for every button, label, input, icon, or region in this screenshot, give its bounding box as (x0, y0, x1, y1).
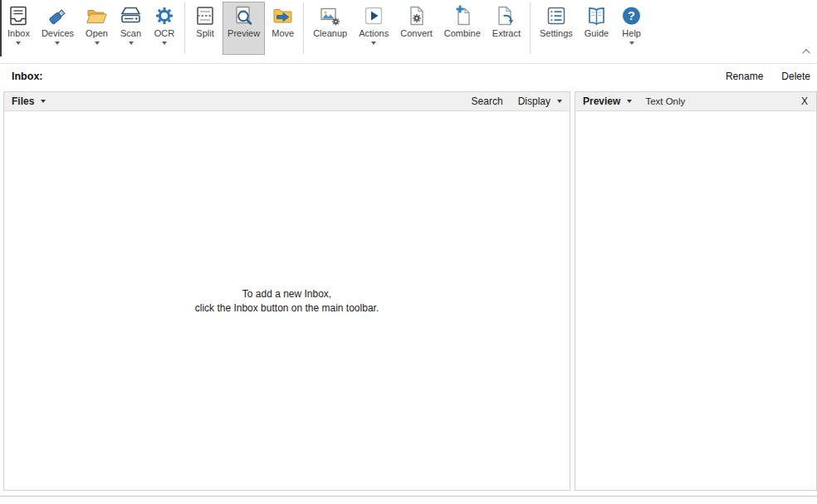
toolbar-button-label: Convert (400, 28, 433, 39)
preview-dropdown-icon[interactable] (627, 100, 632, 103)
toolbar-button-actions[interactable]: Actions (354, 2, 394, 55)
chevron-up-icon (802, 48, 810, 56)
toolbar-button-label: Help (622, 28, 641, 39)
toolbar-button-open[interactable]: Open (81, 2, 113, 55)
toolbar-button-extract[interactable]: Extract (487, 2, 526, 55)
inbox-bar: Inbox: Rename Delete (0, 65, 817, 88)
files-panel: Files Search Display To add a new Inbox,… (3, 91, 570, 491)
delete-button[interactable]: Delete (781, 71, 810, 82)
files-panel-body: To add a new Inbox, click the Inbox butt… (4, 111, 570, 491)
chevron-down-icon (129, 42, 134, 45)
display-button-label: Display (518, 95, 550, 107)
move-folder-icon (272, 4, 294, 27)
toolbar-separator (303, 2, 304, 54)
toolbar-button-convert[interactable]: Convert (395, 2, 438, 55)
toolbar-button-label: Scan (120, 28, 141, 39)
document-arrow-icon (495, 4, 517, 27)
play-icon (363, 4, 384, 27)
inbox-title: Inbox: (12, 71, 43, 82)
status-bar (0, 496, 817, 504)
toolbar-button-label: Combine (444, 28, 481, 39)
toolbar-button-ocr[interactable]: OCR (149, 2, 180, 55)
document-gear-icon (406, 4, 428, 27)
toolbar-button-preview[interactable]: Preview (223, 2, 265, 55)
toolbar-button-split[interactable]: Split (189, 2, 221, 55)
toolbar-separator (184, 2, 185, 54)
display-button[interactable]: Display (518, 95, 562, 107)
document-plus-icon (452, 4, 473, 27)
toolbar-button-label: Split (196, 28, 213, 39)
close-preview-button[interactable]: X (800, 95, 809, 107)
toolbar-button-label: Cleanup (313, 28, 347, 39)
split-document-icon (194, 4, 216, 27)
chevron-down-icon (55, 42, 60, 45)
files-panel-title: Files (12, 95, 34, 107)
open-book-icon (585, 4, 608, 27)
preview-panel-title: Preview (583, 95, 620, 107)
toolbar-button-devices[interactable]: Devices (37, 2, 79, 55)
image-gear-icon (319, 4, 341, 27)
toolbar-button-cleanup[interactable]: Cleanup (308, 2, 352, 55)
toolbar-button-label: Guide (585, 28, 609, 39)
toolbar-button-label: Extract (492, 28, 521, 39)
chevron-down-icon (629, 42, 634, 45)
toolbar-button-move[interactable]: Move (267, 2, 299, 55)
open-folder-icon (86, 4, 108, 27)
toolbar-button-help[interactable]: ? Help (615, 2, 648, 55)
toolbar-button-label: OCR (154, 28, 174, 39)
scanner-icon (120, 4, 142, 27)
question-mark-icon: ? (620, 4, 643, 27)
chevron-down-icon (162, 42, 167, 45)
toolbar-button-settings[interactable]: Settings (535, 2, 578, 55)
settings-list-icon (545, 4, 567, 27)
display-dropdown-icon (557, 100, 562, 103)
search-button[interactable]: Search (472, 95, 503, 107)
preview-mode-label: Text Only (645, 96, 685, 106)
toolbar-button-label: Preview (227, 28, 260, 39)
chevron-down-icon (95, 42, 100, 45)
usb-drive-icon (46, 4, 68, 27)
files-dropdown-icon[interactable] (41, 100, 46, 103)
toolbar-button-scan[interactable]: Scan (115, 2, 147, 55)
empty-inbox-message: To add a new Inbox, click the Inbox butt… (195, 287, 379, 316)
toolbar-button-label: Settings (540, 28, 573, 39)
empty-inbox-message-line1: To add a new Inbox, (195, 287, 379, 301)
empty-inbox-message-line2: click the Inbox button on the main toolb… (195, 301, 379, 316)
toolbar-button-combine[interactable]: Combine (439, 2, 486, 55)
chevron-down-icon (16, 42, 21, 45)
toolbar-separator (530, 2, 531, 54)
main-toolbar: Inbox Devices Open (0, 0, 817, 64)
preview-panel-header: Preview Text Only X (575, 92, 816, 111)
window-left-edge (0, 0, 2, 56)
preview-panel: Preview Text Only X (575, 91, 817, 491)
chevron-down-icon (371, 42, 376, 45)
files-panel-header: Files Search Display (4, 92, 570, 111)
toolbar-button-inbox[interactable]: Inbox (2, 2, 35, 55)
preview-panel-body (575, 111, 816, 491)
toolbar-button-label: Actions (359, 28, 389, 39)
inbox-tray-icon (8, 4, 28, 27)
toolbar-button-label: Move (272, 28, 294, 39)
collapse-toolbar-button[interactable] (800, 45, 814, 58)
gear-icon (154, 4, 175, 27)
toolbar-button-label: Open (86, 28, 108, 39)
rename-button[interactable]: Rename (726, 71, 763, 82)
toolbar-button-label: Devices (42, 28, 74, 39)
svg-text:?: ? (628, 8, 635, 22)
magnifier-document-icon (232, 4, 255, 27)
toolbar-button-guide[interactable]: Guide (580, 2, 614, 55)
toolbar-button-label: Inbox (7, 28, 30, 39)
